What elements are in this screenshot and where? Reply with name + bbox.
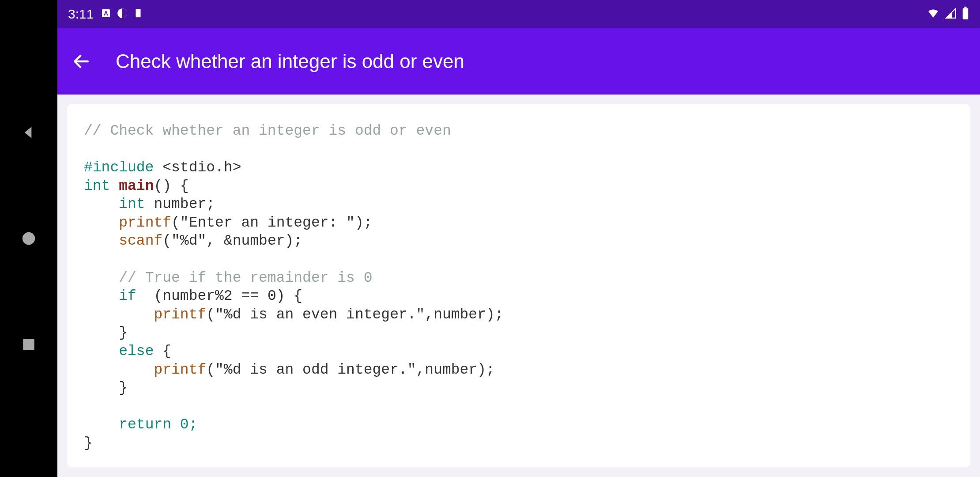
code-args: ("%d is an even integer.",number); [206,307,503,323]
code-include-header: <stdio.h> [154,159,241,176]
battery-icon [961,7,969,22]
content-area: // Check whether an integer is odd or ev… [57,95,980,477]
code-int: int [84,178,110,194]
code-brace: } [84,435,93,451]
page-title: Check whether an integer is odd or even [116,50,464,72]
wifi-icon [926,8,940,21]
svg-point-0 [23,232,35,245]
status-icon-sd [133,8,143,21]
nav-back-icon[interactable] [19,123,38,142]
status-time: 3:11 [68,7,94,22]
status-icon-a: A [101,8,111,20]
code-else: else [119,343,154,360]
code-printf: printf [119,215,171,231]
status-bar: 3:11 A [57,0,980,28]
status-right [926,7,969,22]
status-left: 3:11 A [68,7,143,22]
code-brace: } [119,325,128,341]
back-button[interactable] [70,50,93,73]
code-printf: printf [154,307,206,323]
code-scanf: scanf [119,233,162,249]
code-printf: printf [154,362,206,378]
code-retval: 0; [171,416,197,433]
code-main-paren: () { [154,178,188,194]
code-comment: // True if the remainder is 0 [119,270,372,286]
code-comment: // Check whether an integer is odd or ev… [84,123,451,139]
code-if: if [119,288,136,304]
code-return: return [119,416,171,433]
svg-rect-1 [23,339,34,350]
signal-icon [945,8,957,21]
status-icon-circle [117,8,128,21]
code-block: // Check whether an integer is odd or ev… [84,122,954,452]
code-card: // Check whether an integer is odd or ev… [67,104,970,467]
nav-recent-icon[interactable] [19,335,38,354]
status-icons-left: A [101,8,143,21]
svg-text:A: A [104,10,108,17]
code-brace: } [119,380,128,396]
main-area: 3:11 A [57,0,980,477]
code-cond: (number%2 == 0) { [136,288,302,304]
nav-home-icon[interactable] [19,229,38,248]
code-int: int [119,196,145,212]
code-include: #include [84,159,154,176]
code-args: ("Enter an integer: "); [171,215,372,231]
code-main: main [110,178,154,194]
system-nav-bar [0,0,57,477]
code-args: ("%d is an odd integer.",number); [206,362,495,378]
svg-rect-5 [963,8,969,19]
code-args: ("%d", &number); [162,233,302,249]
app-bar: Check whether an integer is odd or even [57,28,980,95]
code-var: number; [145,196,215,212]
arrow-left-icon [72,52,91,71]
code-brace: { [154,343,171,360]
svg-rect-6 [965,7,967,8]
